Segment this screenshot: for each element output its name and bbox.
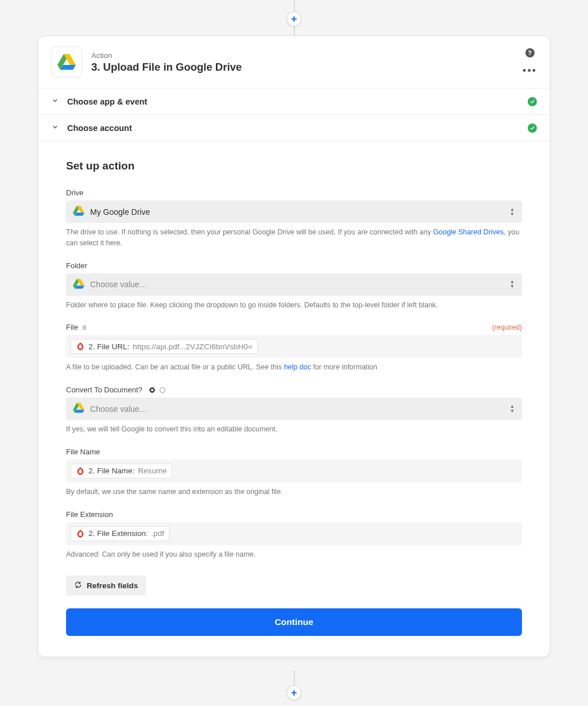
required-label: (required) [492, 323, 522, 331]
select-arrows-icon: ▲▼ [509, 404, 515, 414]
file-pill-value: https://api.pdf...2VJZCI6bnVsbH0= [133, 342, 252, 351]
help-icon[interactable]: ? [525, 48, 535, 57]
google-drive-icon [51, 47, 82, 78]
folder-label: Folder [66, 261, 522, 270]
field-folder: Folder Choose value… ▲▼ Folder where to … [66, 261, 522, 311]
help-doc-link[interactable]: help doc [284, 363, 311, 371]
convert-radio-group[interactable] [149, 387, 165, 393]
convert-label: Convert To Document? [66, 385, 142, 394]
radio-custom-icon[interactable] [160, 387, 165, 393]
fileext-input[interactable]: 2. File Extension: .pdf [66, 522, 522, 545]
pdfco-icon [76, 342, 85, 351]
radio-static-icon[interactable] [149, 387, 155, 393]
choose-app-event-section[interactable]: Choose app & event [38, 88, 550, 114]
fileext-pill-value: .pdf [152, 529, 165, 538]
check-icon [528, 97, 537, 106]
folder-select[interactable]: Choose value… ▲▼ [66, 273, 522, 296]
field-filename: File Name 2. File Name: Resume By defaul… [66, 447, 522, 497]
file-pill-label: 2. File URL: [88, 342, 129, 351]
fileext-pill[interactable]: 2. File Extension: .pdf [71, 526, 169, 541]
field-convert: Convert To Document? Choose value… ▲▼ If… [66, 385, 522, 435]
drive-value: My Google Drive [90, 207, 504, 217]
field-drive: Drive My Google Drive ▲▼ The drive to us… [66, 188, 522, 249]
filename-label: File Name [66, 447, 522, 456]
choose-app-event-label: Choose app & event [67, 97, 520, 106]
shared-drives-link[interactable]: Google Shared Drives [433, 228, 504, 236]
pdfco-icon [76, 529, 85, 538]
filename-pill-value: Resume [138, 466, 167, 475]
google-drive-icon [73, 206, 84, 218]
folder-help: Folder where to place file. Keep clickin… [66, 300, 522, 311]
field-fileext: File Extension 2. File Extension: .pdf A… [66, 510, 522, 560]
fileext-help: Advanced: Can only be used if you also s… [66, 549, 522, 560]
drive-label: Drive [66, 188, 522, 197]
pdfco-icon [76, 466, 85, 476]
file-input[interactable]: 2. File URL: https://api.pdf...2VJZCI6bn… [66, 335, 522, 358]
document-icon: 🗎 [82, 324, 88, 331]
refresh-label: Refresh fields [87, 581, 138, 590]
action-card: Action 3. Upload File in Google Drive ? … [38, 36, 550, 657]
drive-select[interactable]: My Google Drive ▲▼ [66, 200, 522, 223]
filename-pill-label: 2. File Name: [88, 466, 134, 475]
convert-help: If yes, we will tell Google to convert t… [66, 424, 522, 435]
continue-button[interactable]: Continue [66, 608, 522, 636]
chevron-down-icon [51, 97, 59, 106]
google-drive-icon [73, 403, 84, 415]
panel-title: Set up action [66, 160, 522, 172]
convert-placeholder: Choose value… [90, 404, 504, 414]
google-drive-icon [73, 279, 84, 291]
card-header: Action 3. Upload File in Google Drive ? … [38, 36, 550, 88]
setup-action-panel: Set up action Drive My Google Drive ▲▼ T… [38, 141, 550, 657]
folder-placeholder: Choose value… [90, 280, 504, 289]
refresh-icon [74, 581, 82, 591]
field-file: File 🗎 (required) 2. File URL: https://a… [66, 323, 522, 373]
fileext-label: File Extension [66, 510, 522, 519]
chevron-down-icon [51, 123, 59, 133]
fileext-pill-label: 2. File Extension: [88, 529, 148, 538]
select-arrows-icon: ▲▼ [509, 280, 515, 289]
refresh-fields-button[interactable]: Refresh fields [66, 576, 146, 596]
add-step-top-button[interactable]: + [287, 11, 301, 26]
add-step-bottom-button[interactable]: + [287, 685, 301, 700]
more-options-button[interactable]: ••• [523, 65, 537, 76]
file-label: File [66, 323, 78, 331]
step-type-label: Action [91, 51, 513, 60]
filename-input[interactable]: 2. File Name: Resume [66, 460, 522, 483]
choose-account-label: Choose account [67, 124, 520, 133]
file-help: A file to be uploaded. Can be an actual … [66, 362, 522, 373]
convert-select[interactable]: Choose value… ▲▼ [66, 398, 522, 420]
filename-pill[interactable]: 2. File Name: Resume [71, 464, 172, 479]
step-title: 3. Upload File in Google Drive [91, 61, 513, 74]
filename-help: By default, we use the same name and ext… [66, 487, 522, 497]
bottom-connector: + [287, 670, 301, 700]
check-icon [528, 124, 537, 133]
file-pill[interactable]: 2. File URL: https://api.pdf...2VJZCI6bn… [71, 339, 258, 354]
drive-help: The drive to use. If nothing is selected… [66, 227, 522, 249]
select-arrows-icon: ▲▼ [509, 207, 515, 217]
choose-account-section[interactable]: Choose account [38, 114, 550, 141]
